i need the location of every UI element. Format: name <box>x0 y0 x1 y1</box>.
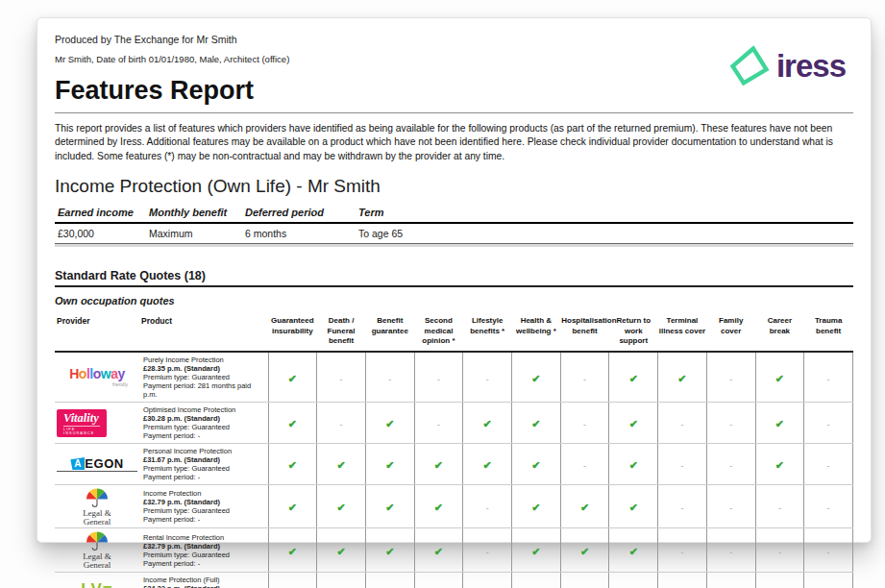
feature-column-header: Guaranteed insurability <box>268 314 317 352</box>
check-icon: ✔ <box>531 373 540 384</box>
dash-mark: - <box>486 548 489 557</box>
premium-amount: £31.67 p.m. (Standard) <box>143 455 265 464</box>
dash-mark: - <box>827 503 830 513</box>
check-icon: ✔ <box>677 373 686 384</box>
feature-column-header: Family cover <box>706 314 755 352</box>
dash-mark: - <box>729 375 732 384</box>
dash-mark: - <box>486 375 489 384</box>
feature-column-header: Terminal illness cover <box>658 314 707 352</box>
provider-cell: Legal &General <box>55 528 139 572</box>
check-icon: ✔ <box>775 373 784 384</box>
feature-cell: ✔ <box>755 352 804 403</box>
feature-cell: ✔ <box>609 485 658 528</box>
umbrella-icon <box>85 487 110 508</box>
provider-cell: VitalityLIFE INSURANCE <box>55 403 139 444</box>
feature-cell: ✔ <box>560 528 609 572</box>
feature-cell: ✔ <box>414 572 463 588</box>
feature-cell: - <box>365 352 414 403</box>
feature-cell: ✔ <box>512 485 561 528</box>
product-cell: Rental Income Protection£32.79 p.m. (Sta… <box>139 528 268 572</box>
feature-cell: - <box>658 572 707 588</box>
dash-mark: - <box>486 503 489 513</box>
dash-mark: - <box>340 420 343 429</box>
feature-cell: ✔ <box>414 528 463 572</box>
feature-cell: ✔ <box>365 403 414 444</box>
dash-mark: - <box>729 461 732 471</box>
check-icon: ✔ <box>531 418 540 429</box>
feature-column-header: Return to work support <box>609 314 658 352</box>
policy-header-earned-income: Earned income <box>55 202 146 223</box>
check-icon: ✔ <box>531 502 540 513</box>
feature-cell: ✔ <box>268 485 317 528</box>
policy-header-row: Earned income Monthly benefit Deferred p… <box>55 202 853 223</box>
check-icon: ✔ <box>288 418 297 429</box>
policy-summary-table: Earned income Monthly benefit Deferred p… <box>55 202 853 244</box>
dash-mark: - <box>729 503 732 513</box>
policy-value-earned-income: £30,000 <box>55 223 146 244</box>
feature-cell: - <box>706 444 755 485</box>
check-icon: ✔ <box>629 459 638 471</box>
feature-cell: - <box>317 403 366 444</box>
produced-by-line: Produced by The Exchange for Mr Smith <box>55 34 853 45</box>
feature-cell: ✔ <box>365 444 414 485</box>
provider-cell: AEGON <box>55 444 139 485</box>
premium-type: Premium type: Guaranteed <box>143 423 265 431</box>
feature-cell: - <box>658 528 707 572</box>
feature-cell: - <box>560 352 609 403</box>
feature-cell: - <box>463 572 512 588</box>
dash-mark: - <box>827 548 830 557</box>
product-name: Rental Income Protection <box>143 533 265 542</box>
feature-cell: ✔ <box>706 572 755 588</box>
dash-mark: - <box>680 503 683 513</box>
payment-period: Payment period: - <box>143 431 265 440</box>
feature-cell: ✔ <box>609 572 658 588</box>
product-cell: Income Protection (Full)£34.32 p.m. (Sta… <box>139 572 268 588</box>
premium-amount: £34.32 p.m. (Standard) <box>143 584 265 588</box>
feature-cell: ✔ <box>512 352 561 403</box>
provider-cell: Hollowayfriendly <box>55 352 139 403</box>
feature-column-header: Trauma benefit <box>804 314 853 352</box>
payment-period: Payment period: - <box>143 559 265 568</box>
payment-period: Payment period: 281 months paid p.m. <box>143 381 265 399</box>
product-cell: Purely Income Protection£28.35 p.m. (Sta… <box>139 352 268 403</box>
check-icon: ✔ <box>629 373 638 384</box>
quote-row: VitalityLIFE INSURANCEOptimised Income P… <box>55 403 853 444</box>
provider-cell: LV=LIVERPOOL VICTORIA <box>55 572 139 588</box>
feature-cell: - <box>755 528 804 572</box>
feature-cell: ✔ <box>512 528 561 572</box>
feature-cell: - <box>463 352 512 403</box>
dash-mark: - <box>778 503 781 513</box>
check-icon: ✔ <box>580 502 589 513</box>
feature-cell: ✔ <box>512 403 561 444</box>
feature-column-header: Career break <box>755 314 804 352</box>
features-comparison-table: Provider Product Guaranteed insurability… <box>55 314 853 588</box>
quotes-section-heading: Standard Rate Quotes (18) <box>55 269 853 287</box>
policy-header-monthly-benefit: Monthly benefit <box>146 202 242 223</box>
feature-cell: ✔ <box>609 444 658 485</box>
feature-cell: ✔ <box>268 352 317 403</box>
payment-period: Payment period: - <box>143 515 265 524</box>
feature-cell: - <box>658 485 707 528</box>
feature-cell: - <box>658 444 707 485</box>
check-icon: ✔ <box>336 459 345 471</box>
policy-header-deferred-period: Deferred period <box>242 202 356 223</box>
feature-cell: - <box>804 485 853 528</box>
feature-cell: - <box>804 444 853 485</box>
dash-mark: - <box>437 375 440 384</box>
column-header-provider: Provider <box>55 314 139 352</box>
landg-logo: Legal &General <box>57 487 137 526</box>
feature-cell: - <box>658 403 707 444</box>
product-name: Income Protection (Full) <box>143 576 265 584</box>
quote-row: AEGONPersonal Income Protection£31.67 p.… <box>55 444 853 485</box>
check-icon: ✔ <box>580 546 589 557</box>
feature-cell: ✔ <box>414 485 463 528</box>
iress-kite-icon <box>729 45 770 86</box>
check-icon: ✔ <box>629 546 638 557</box>
dash-mark: - <box>388 375 391 384</box>
feature-column-header: Hospitalisation benefit <box>560 314 609 352</box>
check-icon: ✔ <box>434 546 443 557</box>
check-icon: ✔ <box>775 459 784 471</box>
product-cell: Optimised Income Protection£30.28 p.m. (… <box>139 403 268 444</box>
feature-cell: ✔ <box>512 444 561 485</box>
vitality-logo: VitalityLIFE INSURANCE <box>57 409 107 438</box>
